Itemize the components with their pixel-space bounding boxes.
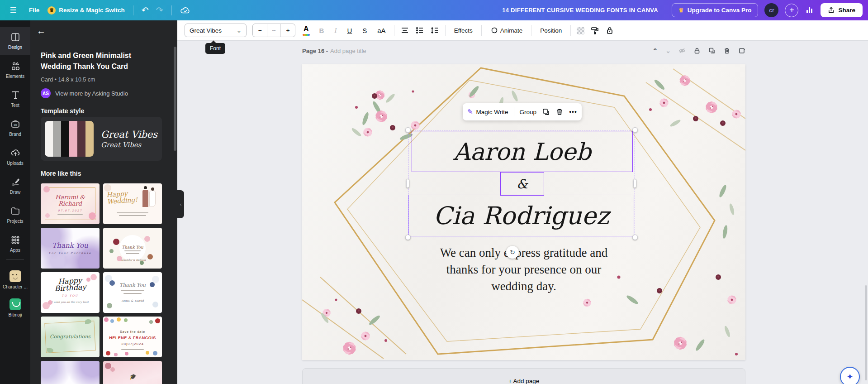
template-thumbnail[interactable]: welcome — [41, 361, 100, 384]
template-thumbnail[interactable]: Harumi &Richard 07.07.2027 — [41, 183, 100, 224]
file-menu-button[interactable]: File — [29, 7, 39, 14]
transparency-button[interactable] — [577, 27, 584, 34]
more-options-button[interactable]: ••• — [569, 108, 577, 115]
template-thumbnail[interactable]: Save the date HELENE & FRANCOIS 28|07|20… — [103, 317, 162, 357]
template-thumbnail[interactable]: Thank You Anna & David — [103, 272, 162, 313]
italic-button[interactable]: I — [332, 25, 339, 36]
canvas-scrollbar[interactable] — [865, 285, 867, 380]
resize-handle-left[interactable] — [406, 179, 409, 188]
copy-style-button[interactable] — [590, 26, 599, 35]
author-avatar: AS — [41, 88, 51, 98]
font-name: Great Vibes — [190, 27, 222, 34]
sidebar-item-character[interactable]: Character ... — [0, 267, 30, 293]
sidebar-item-brand[interactable]: co Brand — [0, 114, 30, 142]
lock-button[interactable] — [605, 26, 614, 35]
text-color-button[interactable]: A — [301, 25, 311, 36]
resize-handle-bottom-right[interactable] — [632, 235, 638, 240]
cloud-save-status-icon[interactable] — [180, 6, 191, 14]
hamburger-menu-icon[interactable]: ☰ — [5, 5, 21, 15]
lock-page-button[interactable] — [693, 47, 701, 54]
resize-magic-switch-button[interactable]: ♛ Resize & Magic Switch — [47, 6, 125, 14]
duplicate-page-button[interactable] — [708, 47, 716, 54]
design-panel: ← Pink and Green Minimalist Wedding Than… — [30, 20, 177, 384]
text-element-ampersand[interactable]: & — [500, 172, 544, 196]
font-size-increase-button[interactable]: + — [281, 24, 295, 37]
text-toolbar: Great Vibes ⌄ − -- + A B I U S aA Effect… — [177, 20, 868, 41]
template-thumbnail[interactable]: Thank You For Your Purchase — [41, 228, 100, 269]
insights-chart-icon[interactable] — [805, 5, 814, 15]
sidebar-item-elements[interactable]: Elements — [0, 56, 30, 84]
projects-icon — [10, 206, 21, 216]
resize-handle-right[interactable] — [633, 179, 636, 188]
rotate-handle[interactable]: ↻ — [506, 246, 519, 259]
divider — [445, 25, 446, 36]
author-link-row[interactable]: AS View more by Asking Studio — [41, 88, 128, 98]
canva-assistant-button[interactable]: ✦ — [840, 367, 860, 384]
text-element-name1[interactable]: Aaron Loeb — [412, 131, 633, 172]
sidebar-item-bitmoji[interactable]: Bitmoji — [0, 295, 30, 321]
sidebar-item-design[interactable]: Design — [0, 27, 30, 55]
resize-handle-bottom-left[interactable] — [405, 235, 411, 240]
text-element-name2[interactable]: Cia Rodriguez — [408, 195, 634, 236]
animate-button[interactable]: Animate — [488, 25, 526, 36]
document-title[interactable]: 14 DIFFERENT CURSIVE WEDDING FONTS IN CA… — [502, 7, 658, 14]
redo-button[interactable]: ↷ — [156, 5, 163, 15]
template-thumbnail[interactable]: Congratulations — [41, 317, 100, 357]
palette-swatch — [45, 121, 53, 157]
move-page-down-button[interactable]: ⌄ — [665, 47, 671, 54]
sidebar-item-uploads[interactable]: Uploads — [0, 143, 30, 171]
template-thumbnail[interactable]: HappyWedding! — [103, 183, 162, 224]
template-thumbnail[interactable]: Thank You Alexander & Daniela — [103, 228, 162, 269]
sidebar-item-text[interactable]: Text — [0, 85, 30, 113]
upgrade-to-pro-button[interactable]: ♛ Upgrade to Canva Pro — [672, 3, 758, 17]
sidebar-item-draw[interactable]: Draw — [0, 172, 30, 200]
font-family-dropdown[interactable]: Great Vibes ⌄ — [185, 24, 247, 37]
resize-handle-top-right[interactable] — [632, 127, 638, 133]
sidebar-item-projects[interactable]: Projects — [0, 201, 30, 229]
undo-button[interactable]: ↶ — [142, 5, 149, 15]
sidebar-item-apps[interactable]: Apps — [0, 230, 30, 258]
draw-icon — [10, 177, 21, 187]
author-link[interactable]: View more by Asking Studio — [55, 90, 128, 97]
share-button[interactable]: Share — [821, 3, 863, 17]
template-style-card[interactable]: Great Vibes Great Vibes — [41, 117, 162, 161]
magic-write-button[interactable]: ✎ Magic Write — [467, 108, 508, 116]
resize-handle-top-left[interactable] — [405, 127, 411, 133]
hidden-icon[interactable] — [678, 47, 686, 54]
add-team-member-button[interactable]: + — [785, 4, 798, 17]
bullet-list-button[interactable] — [415, 26, 424, 35]
move-page-up-button[interactable]: ⌃ — [653, 47, 658, 54]
template-thumbnail[interactable]: HappyBirthday TO YOU I wish you all the … — [41, 272, 100, 313]
strikethrough-button[interactable]: S — [360, 25, 369, 36]
line-spacing-button[interactable] — [430, 26, 439, 35]
underline-button[interactable]: U — [345, 25, 354, 36]
panel-collapse-tab[interactable]: ‹ — [177, 190, 184, 218]
sidebar-item-label: Elements — [6, 74, 25, 79]
position-button[interactable]: Position — [537, 25, 564, 36]
font-size-stepper: − -- + — [252, 24, 295, 37]
duplicate-button[interactable] — [542, 108, 550, 116]
groom-illustration — [142, 190, 148, 207]
template-suggestions-grid: Harumi &Richard 07.07.2027 HappyWedding!… — [41, 183, 162, 384]
panel-scrollbar[interactable] — [174, 47, 176, 151]
left-icon-rail: Design Elements Text co Brand Uploads Dr… — [0, 20, 30, 384]
page-title-input[interactable]: Add page title — [330, 48, 366, 54]
divider — [514, 107, 514, 116]
text-align-button[interactable] — [400, 26, 409, 35]
add-page-button[interactable]: + Add page — [302, 368, 745, 384]
user-avatar[interactable]: cr — [764, 3, 778, 17]
add-page-icon-button[interactable] — [738, 47, 745, 54]
back-button[interactable]: ← — [37, 26, 46, 36]
divider — [570, 25, 571, 36]
delete-button[interactable] — [555, 108, 564, 116]
delete-page-button[interactable] — [723, 47, 730, 54]
font-size-value[interactable]: -- — [267, 24, 281, 37]
template-thumbnail[interactable]: 🎓 Congratulations! — [103, 361, 162, 384]
text-case-button[interactable]: aA — [375, 25, 388, 36]
bold-button[interactable]: B — [317, 25, 327, 36]
effects-button[interactable]: Effects — [451, 25, 475, 36]
text-element-message[interactable]: We can only express gratitude and thanks… — [388, 245, 659, 295]
font-preview-large: Great Vibes — [101, 129, 157, 140]
font-size-decrease-button[interactable]: − — [253, 24, 267, 37]
group-button[interactable]: Group — [520, 109, 537, 115]
